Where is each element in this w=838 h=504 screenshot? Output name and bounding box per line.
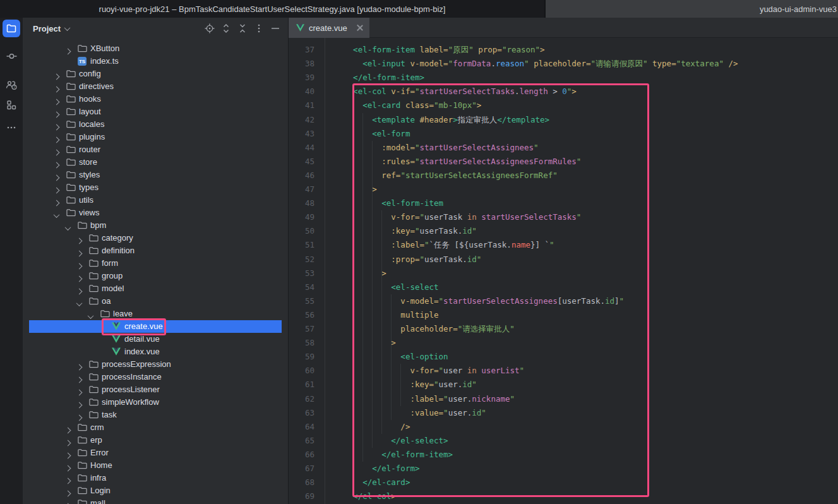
chevron-collapsed-icon[interactable] [54,135,59,144]
code-line-51[interactable]: :label="`任务 [${userTask.name}] `" [334,238,554,252]
chevron-collapsed-icon[interactable] [54,185,59,195]
tree-item-Login[interactable]: Login [23,484,288,497]
chevron-collapsed-icon[interactable] [77,248,81,258]
chevron-collapsed-icon[interactable] [77,375,81,384]
tree-item-locales[interactable]: locales [23,118,288,131]
chevron-collapsed-icon[interactable] [54,109,59,119]
tree-item-processExpression[interactable]: processExpression [23,358,288,371]
chevron-collapsed-icon[interactable] [66,425,70,435]
tree-item-processListener[interactable]: processListener [23,383,288,396]
chevron-collapsed-icon[interactable] [66,488,70,498]
code-line-65[interactable]: </el-select> [334,434,448,448]
tree-item-plugins[interactable]: plugins [23,131,288,143]
code-line-39[interactable]: </el-form-item> [334,71,424,85]
chevron-collapsed-icon[interactable] [77,400,81,409]
tree-item-hooks[interactable]: hooks [23,93,288,105]
chevron-expanded-icon[interactable] [54,210,59,220]
tree-item-config[interactable]: config [23,68,288,80]
tree-item-crm[interactable]: crm [23,421,288,434]
chevron-expanded-icon[interactable] [88,311,93,321]
tree-item-Error[interactable]: Error [23,447,288,459]
tree-item-index-vue[interactable]: index.vue [23,345,288,358]
chevron-collapsed-icon[interactable] [66,46,70,56]
tree-item-types[interactable]: types [23,181,288,194]
code-line-62[interactable]: :label="user.nickname" [334,392,515,406]
code-line-48[interactable]: <el-form-item [334,196,443,210]
tree-item-detail-vue[interactable]: detail.vue [23,333,288,345]
chevron-collapsed-icon[interactable] [54,122,59,131]
chevron-expanded-icon[interactable] [66,223,70,232]
code-line-38[interactable]: <el-input v-model="formData.reason" plac… [334,57,738,71]
tree-item-task[interactable]: task [23,409,288,421]
code-line-37[interactable]: <el-form-item label="原因" prop="reason"> [334,43,545,57]
code-line-42[interactable]: <template #header>指定审批人</template> [334,113,549,127]
tree-item-model[interactable]: model [23,282,288,295]
close-icon[interactable] [357,25,363,31]
chevron-collapsed-icon[interactable] [54,172,59,182]
chevron-collapsed-icon[interactable] [77,273,81,283]
code-line-49[interactable]: v-for="userTask in startUserSelectTasks" [334,210,581,224]
code-line-44[interactable]: :model="startUserSelectAssignees" [334,141,539,155]
code-line-46[interactable]: ref="startUserSelectAssigneesFormRef" [334,169,558,183]
tree-item-infra[interactable]: infra [23,472,288,484]
code-line-55[interactable]: v-model="startUserSelectAssignees[userTa… [334,294,624,308]
code-line-61[interactable]: :key="user.id" [334,378,477,392]
chevron-collapsed-icon[interactable] [66,438,70,447]
tree-item-simpleWorkflow[interactable]: simpleWorkflow [23,396,288,409]
tree-item-styles[interactable]: styles [23,169,288,181]
code-line-47[interactable]: > [334,183,377,196]
tree-item-XButton[interactable]: XButton [23,42,288,55]
tree-item-erp[interactable]: erp [23,434,288,447]
code-line-45[interactable]: :rules="startUserSelectAssigneesFormRule… [334,155,581,169]
tree-item-definition[interactable]: definition [23,244,288,257]
chevron-expanded-icon[interactable] [77,299,81,308]
tree-item-mall[interactable]: mall [23,497,288,504]
tree-item-category[interactable]: category [23,232,288,244]
tree-item-router[interactable]: router [23,143,288,156]
chevron-collapsed-icon[interactable] [54,147,59,157]
structure-tool-button[interactable] [3,96,20,114]
tree-item-store[interactable]: store [23,156,288,169]
code-line-63[interactable]: :value="user.id" [334,406,486,420]
code-line-53[interactable]: > [334,267,386,280]
chevron-collapsed-icon[interactable] [77,261,81,270]
tree-item-views[interactable]: views [23,207,288,219]
code-line-68[interactable]: </el-card> [334,476,410,489]
chevron-collapsed-icon[interactable] [54,160,59,169]
tree-item-form[interactable]: form [23,257,288,270]
more-tools-button[interactable] [3,119,20,136]
chevron-collapsed-icon[interactable] [66,476,70,485]
tab-create-vue[interactable]: create.vue [289,18,369,38]
code-line-66[interactable]: </el-form-item> [334,448,453,462]
tree-item-processInstance[interactable]: processInstance [23,371,288,383]
code-line-56[interactable]: multiple [334,308,439,322]
chevron-collapsed-icon[interactable] [54,97,59,106]
tree-item-layout[interactable]: layout [23,105,288,118]
tree-item-directives[interactable]: directives [23,80,288,93]
chevron-collapsed-icon[interactable] [66,501,70,504]
tree-item-utils[interactable]: utils [23,194,288,207]
chevron-collapsed-icon[interactable] [66,463,70,472]
tree-item-group[interactable]: group [23,270,288,282]
code-area[interactable]: 3738394041424344454647484950515253545556… [289,38,838,504]
code-line-57[interactable]: placeholder="请选择审批人" [334,322,515,336]
chevron-collapsed-icon[interactable] [66,450,70,460]
tree-item-Home[interactable]: Home [23,459,288,472]
code-line-43[interactable]: <el-form [334,127,410,141]
project-tool-button[interactable] [3,20,20,37]
chevron-collapsed-icon[interactable] [54,84,59,93]
chevron-collapsed-icon[interactable] [77,412,81,422]
tree-item-bpm[interactable]: bpm [23,219,288,232]
code-line-54[interactable]: <el-select [334,280,439,294]
tree-item-leave[interactable]: leave [23,308,288,320]
tree-item-create-vue[interactable]: create.vue [23,320,288,333]
code-line-50[interactable]: :key="userTask.id" [334,224,477,238]
chevron-collapsed-icon[interactable] [77,236,81,245]
chevron-collapsed-icon[interactable] [54,198,59,207]
code-line-58[interactable]: > [334,336,396,350]
code-line-52[interactable]: :prop="userTask.id" [334,253,481,267]
code-line-41[interactable]: <el-card class="mb-10px"> [334,99,481,112]
commit-tool-button[interactable] [3,47,20,65]
code-line-40[interactable]: <el-col v-if="startUserSelectTasks.lengt… [334,85,577,99]
code-line-69[interactable]: </el-col> [334,489,396,503]
